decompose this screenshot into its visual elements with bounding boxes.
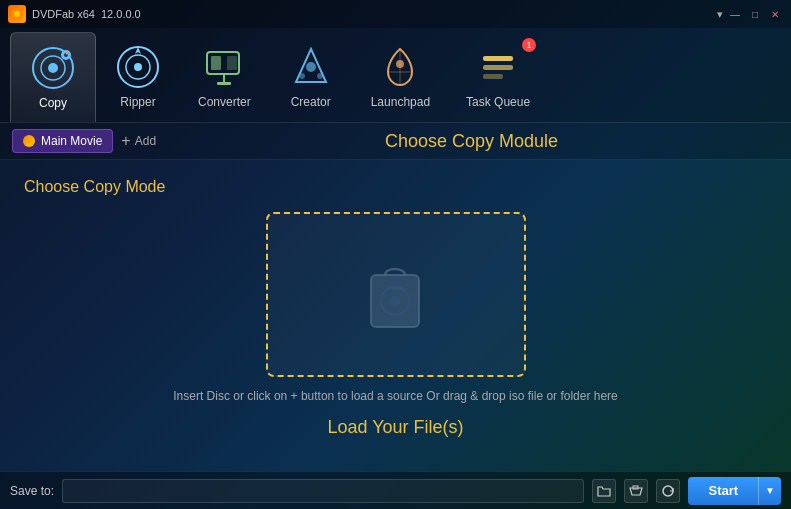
main-movie-label: Main Movie xyxy=(41,134,102,148)
main-movie-tab[interactable]: Main Movie xyxy=(12,129,113,153)
start-button[interactable]: Start xyxy=(688,477,758,505)
nav-item-taskqueue[interactable]: 1 Task Queue xyxy=(448,32,548,122)
svg-point-17 xyxy=(299,73,305,79)
save-path-input[interactable] xyxy=(62,479,584,503)
nav-item-launchpad[interactable]: Launchpad xyxy=(353,32,448,122)
drop-zone-wrapper: Insert Disc or click on + button to load… xyxy=(24,212,767,438)
svg-point-16 xyxy=(306,62,316,72)
taskqueue-icon xyxy=(474,43,522,91)
source-indicator xyxy=(23,135,35,147)
svg-rect-20 xyxy=(483,56,513,61)
svg-rect-12 xyxy=(211,56,221,70)
nav-item-ripper[interactable]: Ripper xyxy=(96,32,180,122)
nav-bar: Copy Ripper Converter xyxy=(0,28,791,123)
creator-icon xyxy=(287,43,335,91)
drop-hint: Insert Disc or click on + button to load… xyxy=(173,389,618,403)
add-label: Add xyxy=(135,134,156,148)
svg-point-25 xyxy=(390,296,400,306)
svg-point-18 xyxy=(317,73,323,79)
launchpad-icon xyxy=(376,43,424,91)
open-folder-button[interactable] xyxy=(624,479,648,503)
add-icon: + xyxy=(121,132,130,150)
app-version: 12.0.0.0 xyxy=(101,8,141,20)
browse-folder-button[interactable] xyxy=(592,479,616,503)
svg-point-4 xyxy=(48,63,58,73)
copy-label: Copy xyxy=(39,96,67,110)
start-btn-group: Start ▼ xyxy=(688,477,781,505)
settings-icon[interactable]: ▾ xyxy=(717,8,723,21)
choose-mode-title: Choose Copy Mode xyxy=(24,178,767,196)
svg-rect-22 xyxy=(483,74,503,79)
add-source-button[interactable]: + Add xyxy=(121,132,156,150)
close-button[interactable]: ✕ xyxy=(767,6,783,22)
source-bar: Main Movie + Add Choose Copy Module xyxy=(0,123,791,160)
load-files-button[interactable]: Load Your File(s) xyxy=(327,417,463,438)
copy-icon xyxy=(29,44,77,92)
nav-item-converter[interactable]: Converter xyxy=(180,32,269,122)
nav-item-copy[interactable]: Copy xyxy=(10,32,96,122)
creator-label: Creator xyxy=(291,95,331,109)
ripper-icon xyxy=(114,43,162,91)
taskqueue-label: Task Queue xyxy=(466,95,530,109)
svg-point-7 xyxy=(66,51,69,54)
svg-rect-13 xyxy=(227,56,237,70)
converter-label: Converter xyxy=(198,95,251,109)
svg-rect-21 xyxy=(483,65,513,70)
maximize-button[interactable]: □ xyxy=(747,6,763,22)
choose-module-title: Choose Copy Module xyxy=(164,131,779,152)
svg-point-19 xyxy=(396,60,404,68)
start-dropdown-button[interactable]: ▼ xyxy=(758,477,781,505)
main-content: Choose Copy Mode Insert Disc or click on… xyxy=(0,160,791,456)
disc-icon xyxy=(361,255,431,335)
ripper-label: Ripper xyxy=(120,95,155,109)
save-to-label: Save to: xyxy=(10,484,54,498)
drop-zone[interactable] xyxy=(266,212,526,377)
title-bar: DVDFab x64 12.0.0.0 ▾ — □ ✕ xyxy=(0,0,791,28)
app-logo xyxy=(8,5,26,23)
minimize-button[interactable]: — xyxy=(727,6,743,22)
refresh-button[interactable] xyxy=(656,479,680,503)
bottom-bar: Save to: Start ▼ xyxy=(0,471,791,509)
converter-icon xyxy=(200,43,248,91)
app-title: DVDFab x64 xyxy=(32,8,95,20)
svg-point-10 xyxy=(134,63,142,71)
svg-rect-14 xyxy=(217,82,231,85)
launchpad-label: Launchpad xyxy=(371,95,430,109)
nav-item-creator[interactable]: Creator xyxy=(269,32,353,122)
svg-point-1 xyxy=(14,11,20,17)
task-queue-badge: 1 xyxy=(522,38,536,52)
